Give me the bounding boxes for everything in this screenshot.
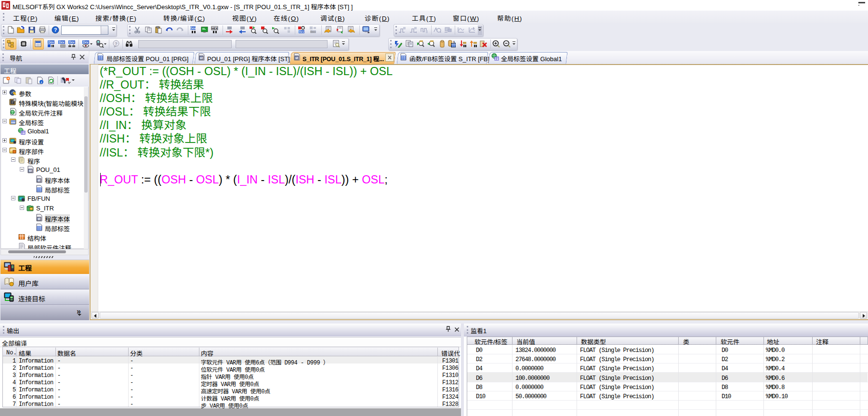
- svg-text:IL: IL: [453, 40, 455, 43]
- svg-text:?: ?: [54, 27, 57, 33]
- svg-text:?: ?: [115, 41, 118, 46]
- svg-text:Dev: Dev: [299, 30, 304, 33]
- svg-text:st: st: [200, 56, 203, 60]
- svg-text:st: st: [38, 179, 41, 182]
- svg-text:Dev: Dev: [83, 40, 89, 44]
- svg-text:Dev: Dev: [69, 40, 75, 44]
- svg-text:HEX: HEX: [211, 27, 217, 30]
- svg-text:st: st: [295, 56, 299, 60]
- svg-text:Dev: Dev: [190, 26, 196, 30]
- svg-text:Dev: Dev: [310, 30, 316, 33]
- svg-text:Dev: Dev: [59, 40, 65, 44]
- svg-text:st: st: [29, 169, 32, 172]
- svg-text:Dev: Dev: [48, 40, 54, 44]
- svg-text:i: i: [41, 80, 42, 84]
- svg-text:st: st: [38, 217, 41, 221]
